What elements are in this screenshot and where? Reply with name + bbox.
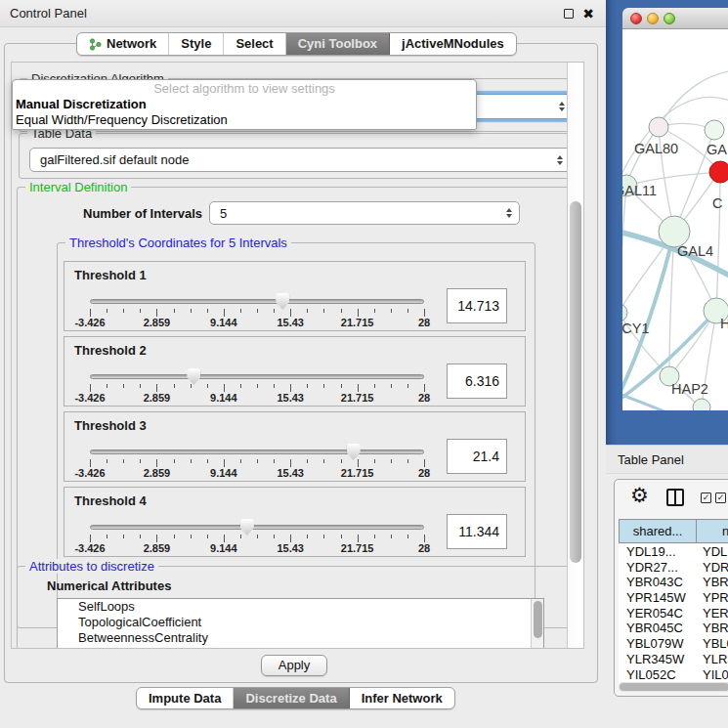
scrollbar-thumb[interactable]	[534, 601, 542, 638]
slider-thumb[interactable]	[187, 368, 200, 385]
number-of-intervals-label: Number of Intervals	[83, 206, 202, 221]
node-label-hap2: HAP2	[671, 381, 708, 397]
zoom-traffic-light-icon[interactable]	[664, 13, 675, 24]
slider-thumb[interactable]	[347, 444, 361, 460]
slider-ruler	[90, 459, 424, 467]
node-label-partial: C	[712, 195, 722, 211]
combo-stepper-icon	[557, 155, 563, 165]
horizontal-scrollbar[interactable]	[619, 682, 728, 692]
tab-infer-network[interactable]: Infer Network	[350, 688, 454, 708]
numerical-attributes-label: Numerical Attributes	[47, 578, 171, 593]
top-tab-bar: Network Style Select Cyni Toolbox jActiv…	[76, 32, 517, 56]
tab-jactivemnodules[interactable]: jActiveMNodules	[390, 33, 516, 55]
scrollbar-thumb[interactable]	[620, 683, 728, 691]
gear-icon[interactable]: ⚙	[630, 484, 649, 507]
combo-stepper-icon	[506, 208, 512, 218]
table-row[interactable]: YDR27...YDR2	[619, 560, 728, 576]
table-row[interactable]: YBR043CYBR0	[619, 575, 728, 590]
number-of-intervals-value: 5	[220, 206, 227, 221]
close-traffic-light-icon[interactable]	[630, 13, 642, 24]
scrollbar-thumb[interactable]	[570, 201, 581, 563]
threshold-4-label: Threshold 4	[74, 493, 147, 508]
checkbox-icon[interactable]: ✓	[701, 492, 711, 503]
node-label-gal11: GAL11	[622, 183, 657, 198]
close-icon[interactable]: ✖	[582, 6, 594, 21]
combo-stepper-icon	[559, 102, 565, 111]
column-header-shared[interactable]: shared...	[619, 519, 697, 543]
threshold-4-value-field[interactable]: 11.344	[447, 514, 507, 549]
table-panel: ⚙ ✓ ✓ shared... n YDL19...YDL1 YDR27...Y…	[614, 479, 728, 697]
list-item[interactable]: TopologicalCoefficient	[58, 615, 543, 630]
node-red	[709, 161, 728, 183]
threshold-2-slider[interactable]	[90, 374, 424, 379]
threshold-4-block: Threshold 4 -3.4262.8599.14415.4321.7152…	[64, 487, 526, 557]
float-window-icon[interactable]	[564, 9, 574, 19]
node-label-gal4: GAL4	[677, 243, 713, 259]
threshold-3-slider[interactable]	[90, 450, 424, 454]
node-label-gal80: GAL80	[634, 141, 678, 156]
table-row[interactable]: YIL052CYIL0	[619, 667, 728, 683]
threshold-3-value-field[interactable]: 21.4	[447, 439, 507, 474]
threshold-2-value-field[interactable]: 6.316	[447, 364, 507, 399]
tab-discretize-data[interactable]: Discretize Data	[234, 688, 349, 708]
control-panel-titlebar: Control Panel ✖	[0, 0, 606, 27]
attributes-group-title: Attributes to discretize	[25, 559, 158, 574]
list-item[interactable]: SelfLoops	[58, 599, 543, 615]
main-scrollbar[interactable]	[567, 63, 583, 648]
threshold-2-label: Threshold 2	[74, 343, 147, 358]
threshold-1-block: Threshold 1 -3.4262.8599.14415.4321.7152…	[64, 261, 526, 331]
tab-select[interactable]: Select	[224, 33, 285, 55]
threshold-1-slider[interactable]	[90, 299, 424, 304]
node	[649, 117, 668, 137]
tab-network[interactable]: Network	[77, 33, 169, 55]
table-panel-title: Table Panel	[618, 446, 684, 474]
checkbox-icon[interactable]: ✓	[715, 492, 726, 503]
node	[622, 304, 627, 321]
table-rows: YDL19...YDL1 YDR27...YDR2 YBR043CYBR0 YP…	[619, 544, 728, 682]
threshold-3-block: Threshold 3 -3.4262.8599.14415.4321.7152…	[64, 411, 526, 482]
table-data-combo[interactable]: galFiltered.sif default node	[29, 148, 571, 172]
table-row[interactable]: YPR145WYPR1	[619, 590, 728, 606]
option-manual-discretization[interactable]: Manual Discretization	[13, 97, 476, 112]
table-panel-titlebar: Table Panel	[606, 445, 728, 474]
slider-tick-labels: -3.4262.8599.14415.4321.71528	[90, 392, 424, 404]
settings-scroll-area: Discretization Algorithm Table Data galF…	[11, 62, 584, 649]
tab-cyni-toolbox[interactable]: Cyni Toolbox	[286, 33, 390, 55]
minimize-traffic-light-icon[interactable]	[647, 13, 659, 24]
table-row[interactable]: YBR045CYBR0	[619, 621, 728, 636]
table-header-row: shared... n	[619, 519, 728, 543]
network-window-titlebar[interactable]	[622, 8, 728, 29]
node-label-partial: H	[720, 316, 728, 331]
table-row[interactable]: YDL19...YDL1	[619, 544, 728, 560]
slider-tick-labels: -3.4262.8599.14415.4321.71528	[90, 467, 424, 479]
tab-style[interactable]: Style	[169, 33, 224, 55]
numerical-attributes-list[interactable]: SelfLoops TopologicalCoefficient Between…	[57, 598, 544, 649]
table-data-value: galFiltered.sif default node	[40, 152, 189, 167]
thresholds-group-title: Threshold's Coordinates for 5 Intervals	[65, 236, 291, 250]
apply-button[interactable]: Apply	[261, 655, 327, 676]
column-header-name[interactable]: n	[697, 519, 728, 543]
threshold-1-value-field[interactable]: 14.713	[447, 288, 507, 323]
algorithm-dropdown-popup: Select algorithm to view settings Manual…	[12, 79, 477, 130]
network-canvas[interactable]: GAL80 GA C GAL11 GAL4 GCY1 H HAP2	[622, 29, 728, 410]
threshold-4-slider[interactable]	[90, 525, 424, 530]
network-view-window: GAL80 GA C GAL11 GAL4 GCY1 H HAP2	[622, 8, 728, 410]
table-row[interactable]: YBL079WYBL0	[619, 636, 728, 652]
slider-ruler	[90, 309, 424, 317]
table-row[interactable]: YLR345WYLR3	[619, 652, 728, 667]
option-equal-width-frequency[interactable]: Equal Width/Frequency Discretization	[13, 112, 476, 128]
slider-thumb[interactable]	[240, 519, 254, 535]
node-label-gcy1: GCY1	[622, 321, 650, 336]
list-item[interactable]: BetweennessCentrality	[58, 630, 543, 646]
table-row[interactable]: YER054CYER0	[619, 606, 728, 621]
tab-impute-data[interactable]: Impute Data	[137, 688, 234, 708]
table-toolbar: ⚙ ✓ ✓	[615, 480, 728, 517]
threshold-3-label: Threshold 3	[74, 418, 147, 433]
columns-icon[interactable]	[666, 489, 684, 506]
panel-title: Control Panel	[10, 0, 87, 27]
algorithm-hint: Select algorithm to view settings	[13, 80, 476, 97]
slider-thumb[interactable]	[276, 293, 289, 310]
threshold-2-block: Threshold 2 -3.4262.8599.14415.4321.7152…	[64, 336, 526, 407]
number-of-intervals-combo[interactable]: 5	[209, 201, 520, 225]
list-scrollbar[interactable]	[531, 599, 543, 648]
